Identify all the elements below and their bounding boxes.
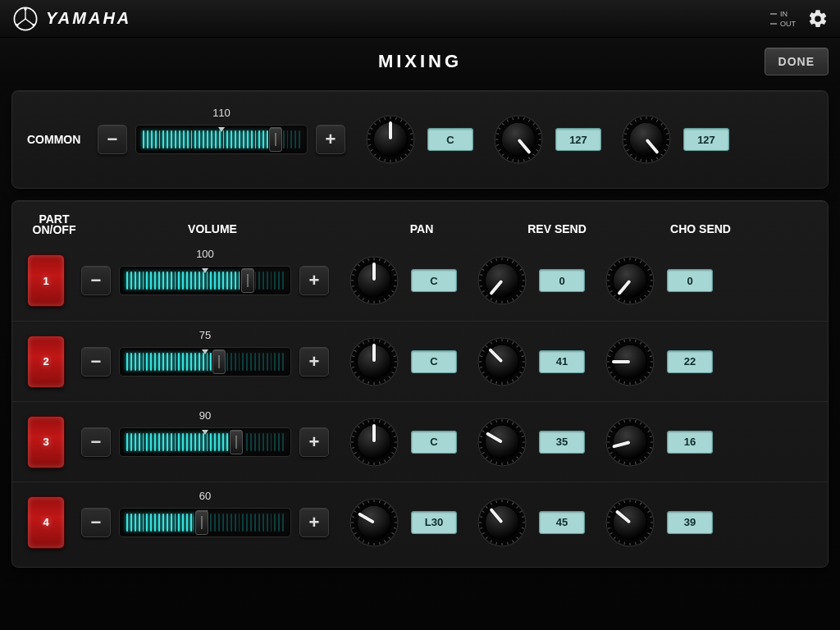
part-volume-readout: 90 [119, 409, 291, 422]
part-pan-knob[interactable] [349, 417, 399, 468]
part-volume-block: − 60 + [81, 508, 329, 537]
svg-point-4 [24, 7, 26, 10]
svg-line-3 [25, 19, 34, 25]
column-headers: PART ON/OFF VOLUME PAN REV SEND CHO SEND [12, 201, 828, 240]
common-pan-cell: C [365, 114, 473, 165]
app-header: YAMAHA IN OUT [0, 0, 840, 38]
common-cho-knob[interactable] [621, 114, 672, 165]
part-rev-cell: 45 [477, 497, 585, 548]
part-volume-readout: 60 [119, 490, 291, 502]
part-cho-value: 16 [667, 431, 713, 454]
common-rev-knob[interactable] [493, 114, 544, 165]
part-row: 4 − 60 + L30 [12, 482, 828, 562]
part-volume-minus[interactable]: − [81, 508, 111, 537]
svg-point-5 [16, 23, 18, 25]
part-number: 3 [43, 436, 48, 448]
app-root: { "brand": "YAMAHA", "header": { "io_in"… [0, 0, 840, 630]
part-cho-knob[interactable] [605, 497, 655, 548]
part-cho-knob[interactable] [605, 417, 655, 468]
part-row: 3 − 90 + C [12, 401, 828, 482]
part-volume-block: − 75 + [81, 347, 329, 377]
part-volume-readout: 75 [119, 329, 291, 341]
part-rev-value: 35 [539, 431, 585, 454]
part-volume-slider[interactable] [119, 427, 291, 457]
done-button[interactable]: DONE [765, 48, 829, 75]
part-volume-slider[interactable] [119, 266, 291, 295]
part-rev-knob[interactable] [477, 497, 527, 548]
io-in-label: IN [780, 10, 788, 18]
part-cho-value: 22 [667, 350, 713, 373]
part-pan-value: C [411, 431, 457, 454]
part-rev-cell: 0 [477, 255, 585, 306]
common-rev-value: 127 [555, 128, 601, 151]
common-cho-cell: 127 [621, 114, 729, 165]
part-cho-knob[interactable] [605, 255, 655, 306]
part-volume-minus[interactable]: − [81, 347, 111, 377]
part-cho-cell: 22 [605, 336, 713, 387]
header-part: PART ON/OFF [27, 214, 81, 235]
common-cho-value: 127 [683, 128, 729, 151]
part-pan-cell: L30 [349, 497, 457, 548]
part-volume-plus[interactable]: + [299, 266, 329, 295]
common-pan-knob[interactable] [365, 114, 416, 165]
part-cho-value: 39 [667, 511, 713, 534]
parts-panel: PART ON/OFF VOLUME PAN REV SEND CHO SEND… [11, 200, 829, 568]
io-out-label: OUT [780, 20, 796, 28]
yamaha-logo-icon [11, 5, 39, 33]
page-title: MIXING [378, 51, 462, 72]
brand-name: YAMAHA [46, 9, 131, 28]
part-toggle[interactable]: 4 [27, 496, 65, 549]
part-volume-slider[interactable] [119, 347, 291, 377]
common-volume-block: − 110 + [98, 125, 345, 154]
part-rev-value: 41 [539, 350, 585, 373]
part-volume-block: − 90 + [81, 427, 329, 457]
part-rev-cell: 41 [477, 336, 585, 387]
part-pan-cell: C [349, 336, 457, 387]
part-rev-knob[interactable] [477, 417, 527, 468]
gear-icon[interactable] [807, 8, 829, 30]
part-toggle[interactable]: 3 [27, 416, 65, 468]
part-toggle[interactable]: 1 [27, 254, 65, 307]
svg-point-6 [33, 23, 35, 25]
part-pan-knob[interactable] [349, 336, 399, 387]
part-cho-cell: 39 [605, 497, 713, 548]
part-volume-plus[interactable]: + [299, 427, 329, 457]
part-volume-readout: 100 [119, 248, 291, 260]
part-rev-knob[interactable] [477, 255, 527, 306]
titlebar: MIXING DONE [0, 38, 840, 85]
common-row: COMMON − 110 + C [12, 99, 828, 180]
common-volume-plus[interactable]: + [316, 125, 345, 154]
common-label: COMMON [27, 133, 98, 146]
part-pan-cell: C [349, 255, 457, 306]
part-toggle[interactable]: 2 [27, 336, 65, 388]
part-volume-plus[interactable]: + [299, 508, 329, 537]
part-volume-slider[interactable] [119, 508, 291, 537]
header-rev: REV SEND [487, 222, 627, 235]
part-rev-value: 45 [539, 511, 585, 534]
part-pan-value: C [411, 350, 457, 373]
part-row: 1 − 100 + C [12, 240, 828, 321]
brand: YAMAHA [11, 5, 131, 33]
part-cho-cell: 0 [605, 255, 713, 306]
common-rev-cell: 127 [493, 114, 601, 165]
part-pan-cell: C [349, 417, 457, 468]
part-volume-block: − 100 + [81, 266, 329, 295]
part-rev-knob[interactable] [477, 336, 527, 387]
part-number: 4 [43, 516, 48, 528]
header-cho: CHO SEND [631, 222, 770, 235]
part-volume-plus[interactable]: + [299, 347, 329, 377]
part-volume-minus[interactable]: − [81, 266, 111, 295]
midi-io-indicator: IN OUT [770, 10, 796, 28]
common-volume-slider[interactable] [135, 125, 308, 154]
part-cho-knob[interactable] [605, 336, 655, 387]
common-volume-readout: 110 [135, 107, 308, 119]
header-volume: VOLUME [89, 222, 336, 235]
part-volume-minus[interactable]: − [81, 427, 111, 457]
common-panel: COMMON − 110 + C [11, 90, 829, 189]
common-pan-value: C [427, 128, 473, 151]
part-number: 1 [43, 275, 48, 287]
part-pan-value: L30 [411, 511, 457, 534]
part-pan-knob[interactable] [349, 255, 399, 306]
common-volume-minus[interactable]: − [98, 125, 127, 154]
part-pan-knob[interactable] [349, 497, 399, 548]
